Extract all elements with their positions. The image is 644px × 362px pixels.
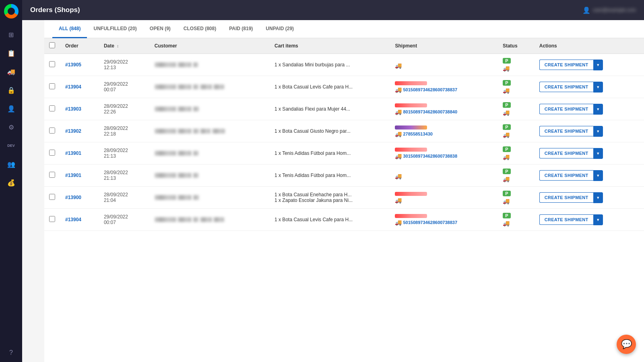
col-order: Order [60,38,99,54]
tab-paid[interactable]: PAID (819) [223,20,259,38]
create-shipment-button[interactable]: CREATE SHIPMENT [539,60,593,70]
orders-table-container: Order Date ↕ Customer Cart items Shipmen… [44,38,644,362]
order-number[interactable]: #13903 [65,106,81,112]
order-date: 29/09/202212:13 [99,54,150,76]
create-shipment-button[interactable]: CREATE SHIPMENT [539,82,593,92]
cart-items-cell: 1 x Bota Casual Enehache para H...1 x Za… [270,187,390,209]
topbar: Orders (Shops) 👤 user@example.com [22,0,644,20]
create-shipment-button[interactable]: CREATE SHIPMENT [539,192,593,203]
tab-unpaid[interactable]: UNPAID (29) [259,20,300,38]
create-shipment-action: CREATE SHIPMENT ▾ [539,126,603,137]
order-number[interactable]: #13900 [65,195,81,200]
cart-items-cell: 1 x Sandalias Flexi para Mujer 44... [270,98,390,120]
tab-all[interactable]: ALL (848) [52,20,87,38]
status-td: P🚚 [498,187,535,209]
row-checkbox[interactable] [49,83,55,89]
create-shipment-dropdown[interactable]: ▾ [593,148,603,159]
create-shipment-dropdown[interactable]: ▾ [593,214,603,225]
select-all-checkbox[interactable] [49,42,55,48]
user-menu[interactable]: 👤 user@example.com [582,6,636,14]
tab-open[interactable]: OPEN (9) [143,20,177,38]
orders-icon[interactable]: 📋 [3,45,19,61]
help-icon[interactable]: ? [3,345,19,361]
row-checkbox[interactable] [49,128,55,134]
row-checkbox[interactable] [49,172,55,178]
shipment-bar-red [395,103,427,107]
create-shipment-button[interactable]: CREATE SHIPMENT [539,104,593,114]
shipping-icon[interactable]: 🚚 [3,64,19,80]
row-checkbox[interactable] [49,194,55,200]
shipment-cell: 🚚501508973462860073883​7 [390,209,497,231]
row-checkbox[interactable] [49,150,55,156]
tab-unfulfilled[interactable]: UNFULFILLED (20) [87,20,143,38]
col-actions: Actions [535,38,644,54]
shipment-icons: 🚚301508973462860073883​8 [395,153,493,159]
truck-icon: 🚚 [395,197,402,204]
shipment-icons: 🚚278558513430 [395,131,493,137]
status-cell: P🚚 [503,58,530,72]
tab-closed[interactable]: CLOSED (808) [177,20,223,38]
create-shipment-dropdown[interactable]: ▾ [593,82,603,93]
shipment-icons: 🚚 [395,197,493,204]
shipment-cell: 🚚278558513430 [390,120,497,142]
actions-td: CREATE SHIPMENT ▾ [535,54,644,76]
col-date[interactable]: Date ↕ [99,38,150,54]
create-shipment-button[interactable]: CREATE SHIPMENT [539,170,593,181]
customer-name: Name [178,151,192,156]
create-shipment-dropdown[interactable]: ▾ [593,170,603,181]
lock-icon[interactable]: 🔒 [3,82,19,98]
cart-items-cell: 1 x Bota Casual Giusto Negro par... [270,120,390,142]
row-checkbox[interactable] [49,61,55,67]
customer-name: Customer [155,195,176,200]
app-logo[interactable] [0,0,22,22]
customer-name: F [193,173,198,178]
team-icon[interactable]: 👥 [3,156,19,172]
settings-icon[interactable]: ⚙ [3,119,19,135]
row-checkbox[interactable] [49,105,55,111]
col-customer: Customer [150,38,270,54]
order-number[interactable]: #13901 [65,173,81,178]
create-shipment-dropdown[interactable]: ▾ [593,192,603,203]
order-number[interactable]: #13901 [65,150,81,156]
cart-items-cell: 1 x Tenis Adidas Fútbol para Hom... [270,165,390,187]
customer-name: Customer [155,173,176,178]
row-checkbox[interactable] [49,216,55,222]
status-paid-badge: P [503,191,511,196]
status-td: P🚚 [498,54,535,76]
dev-icon[interactable]: DEV [3,138,19,154]
status-truck-icon: 🚚 [503,220,510,226]
create-shipment-button[interactable]: CREATE SHIPMENT [539,126,593,136]
tracking-number: 278558513430 [403,132,432,136]
cart-items-cell: 1 x Bota Casual Levis Cafe para H... [270,76,390,98]
order-number[interactable]: #13904 [65,84,81,90]
shipment-cell: 🚚 [390,54,497,76]
create-shipment-button[interactable]: CREATE SHIPMENT [539,214,593,225]
customer-name: Customer [155,62,176,67]
billing-icon[interactable]: 💰 [3,175,19,191]
order-date: 28/09/202221:04 [99,187,150,209]
page-title: Orders (Shops) [30,6,80,14]
shipment-bar-red [395,148,427,152]
table-row: #13904 29/09/202200:07 Customer Name B L… [44,209,644,231]
dashboard-icon[interactable]: ⊞ [3,27,19,43]
order-number[interactable]: #13905 [65,62,81,68]
users-icon[interactable]: 👤 [3,101,19,117]
order-number[interactable]: #13904 [65,217,81,222]
customer-name: Name [178,129,192,134]
create-shipment-button[interactable]: CREATE SHIPMENT [539,148,593,158]
chat-widget[interactable]: 💬 [617,335,636,354]
col-shipment: Shipment [390,38,497,54]
create-shipment-dropdown[interactable]: ▾ [593,126,603,137]
status-truck-icon: 🚚 [503,176,510,182]
order-number[interactable]: #13902 [65,128,81,134]
status-cell: P🚚 [503,102,530,116]
customer-name: B [193,84,198,89]
create-shipment-action: CREATE SHIPMENT ▾ [539,60,603,70]
status-cell: P🚚 [503,80,530,94]
create-shipment-dropdown[interactable]: ▾ [593,104,603,115]
status-paid-badge: P [503,102,511,108]
status-paid-badge: P [503,80,511,86]
customer-name: One [213,84,224,89]
create-shipment-dropdown[interactable]: ▾ [593,60,603,70]
actions-td: CREATE SHIPMENT ▾ [535,120,644,142]
